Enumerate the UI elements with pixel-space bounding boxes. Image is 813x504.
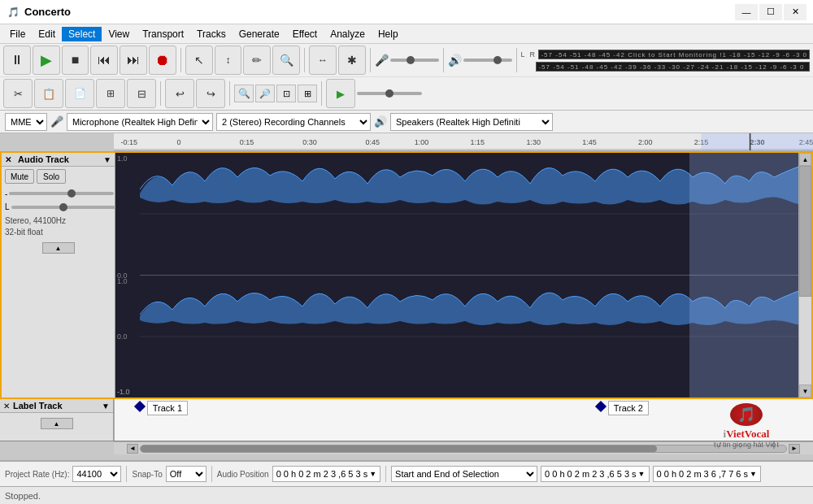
sel-end-value[interactable]: 0 0 h 0 2 m 3 6 ,7 7 6 s ▼ bbox=[653, 466, 761, 482]
sel-start-value[interactable]: 0 0 h 0 2 m 2 3 ,6 5 3 s ▼ bbox=[541, 466, 649, 482]
label-track-up-button[interactable]: ▲ bbox=[41, 418, 73, 429]
play-button[interactable]: ▶ bbox=[33, 46, 60, 75]
pencil-tool-button[interactable]: ✏ bbox=[243, 46, 271, 75]
audio-track-close[interactable]: ✕ bbox=[5, 155, 11, 164]
label-track-dropdown-icon[interactable]: ▼ bbox=[102, 402, 110, 411]
svg-text:1:15: 1:15 bbox=[471, 138, 485, 146]
separator-1 bbox=[180, 48, 181, 72]
h-scroll-left[interactable]: ◄ bbox=[127, 444, 138, 454]
r-label: R bbox=[529, 50, 536, 59]
track-up-button[interactable]: ▲ bbox=[42, 242, 75, 254]
solo-button[interactable]: Solo bbox=[37, 169, 66, 184]
zoom-in-button[interactable]: 🔍 bbox=[234, 85, 254, 102]
track1-label-text: Track 1 bbox=[153, 403, 182, 413]
separator-8 bbox=[321, 81, 322, 106]
separator-2 bbox=[304, 48, 305, 72]
selection-tool-button[interactable]: ↖ bbox=[185, 46, 213, 75]
skip-forward-button[interactable]: ⏭ bbox=[120, 46, 147, 75]
v-scroll-up[interactable]: ▲ bbox=[799, 153, 811, 166]
input-level-slider[interactable] bbox=[390, 59, 439, 62]
meter-l[interactable]: -57 -54 -51 -48 -45 -42 Click to Start M… bbox=[538, 50, 810, 59]
copy-button[interactable]: 📋 bbox=[34, 79, 63, 108]
input-device-select[interactable]: Microphone (Realtek High Defini bbox=[67, 113, 213, 131]
project-rate-select[interactable]: 44100 bbox=[72, 466, 121, 482]
waveform-top bbox=[115, 153, 798, 275]
watermark-brand: iVietVocal bbox=[724, 428, 770, 441]
multi-tool-button[interactable]: ✱ bbox=[338, 46, 366, 75]
sel-end-dropdown[interactable]: ▼ bbox=[750, 470, 757, 478]
meter-r[interactable]: -57 -54 -51 -48 -45 -42 -39 -36 -33 -30 … bbox=[536, 62, 810, 72]
menu-generate[interactable]: Generate bbox=[233, 27, 286, 41]
time-shift-tool-button[interactable]: ↔ bbox=[309, 46, 337, 75]
selection-mode-select[interactable]: Start and End of Selection bbox=[391, 466, 537, 482]
zoom-tool-button[interactable]: 🔍 bbox=[272, 46, 300, 75]
svg-text:-0:15: -0:15 bbox=[121, 138, 138, 146]
paste-button[interactable]: 📄 bbox=[65, 79, 94, 108]
v-scroll-thumb[interactable] bbox=[799, 166, 811, 297]
host-select[interactable]: MME bbox=[5, 113, 47, 131]
mute-button[interactable]: Mute bbox=[5, 169, 34, 184]
meter-row-l: L R -57 -54 -51 -48 -45 -42 Click to Sta… bbox=[520, 49, 810, 60]
h-scroll-thumb[interactable] bbox=[141, 445, 657, 452]
titlebar: 🎵 Concerto — ☐ ✕ bbox=[0, 0, 813, 24]
menu-analyze[interactable]: Analyze bbox=[324, 27, 372, 41]
output-device-select[interactable]: Speakers (Realtek High Definiti bbox=[390, 113, 553, 131]
audio-pos-value[interactable]: 0 0 h 0 2 m 2 3 ,6 5 3 s ▼ bbox=[272, 466, 380, 482]
sel-start-dropdown[interactable]: ▼ bbox=[638, 470, 646, 478]
track1-marker: Track 1 bbox=[136, 401, 188, 415]
menu-help[interactable]: Help bbox=[372, 27, 405, 41]
v-scrollbar[interactable]: ▲ ▼ bbox=[798, 153, 811, 398]
svg-text:2:00: 2:00 bbox=[638, 138, 653, 146]
status-text: Stopped. bbox=[5, 491, 41, 501]
play-speed-button[interactable]: ▶ bbox=[326, 79, 355, 108]
trim-button[interactable]: ⊞ bbox=[96, 79, 125, 108]
v-scroll-track[interactable] bbox=[799, 166, 811, 385]
zoom-out-button[interactable]: 🔎 bbox=[255, 85, 275, 102]
track1-label-box[interactable]: Track 1 bbox=[147, 401, 188, 415]
ruler-svg: -0:15 0 0:15 0:30 0:45 1:00 1:15 1:30 1:… bbox=[114, 133, 813, 150]
label-track-close[interactable]: ✕ bbox=[3, 402, 10, 411]
menu-edit[interactable]: Edit bbox=[32, 27, 62, 41]
record-button[interactable]: ⏺ bbox=[149, 46, 176, 75]
menu-select[interactable]: Select bbox=[62, 27, 102, 41]
speaker-device-icon: 🔊 bbox=[374, 115, 387, 128]
menu-tracks[interactable]: Tracks bbox=[190, 27, 233, 41]
gain-slider[interactable] bbox=[9, 192, 114, 195]
undo-button[interactable]: ↩ bbox=[165, 79, 194, 108]
pause-button[interactable]: ⏸ bbox=[3, 46, 31, 75]
maximize-button[interactable]: ☐ bbox=[759, 4, 782, 20]
audio-pos-dropdown[interactable]: ▼ bbox=[369, 470, 376, 478]
svg-text:1:00: 1:00 bbox=[415, 138, 429, 146]
track2-label-box[interactable]: Track 2 bbox=[608, 401, 649, 415]
speed-slider[interactable] bbox=[357, 92, 422, 95]
separator-3 bbox=[370, 48, 371, 72]
v-scroll-down[interactable]: ▼ bbox=[799, 385, 811, 398]
snap-to-select[interactable]: Off bbox=[166, 466, 207, 482]
stop-button[interactable]: ■ bbox=[62, 46, 89, 75]
menu-file[interactable]: File bbox=[3, 27, 32, 41]
zoom-sel-button[interactable]: ⊞ bbox=[298, 85, 317, 102]
envelope-tool-button[interactable]: ↕ bbox=[215, 46, 242, 75]
zoom-fit-button[interactable]: ⊡ bbox=[276, 85, 296, 102]
bottom-controls-area: Project Rate (Hz): 44100 Snap-To Off Aud… bbox=[0, 460, 813, 486]
menu-view[interactable]: View bbox=[102, 27, 136, 41]
cut-button[interactable]: ✂ bbox=[3, 79, 33, 108]
redo-button[interactable]: ↪ bbox=[196, 79, 225, 108]
track1-diamond bbox=[134, 401, 146, 412]
h-scroll-track[interactable] bbox=[140, 445, 787, 453]
minimize-button[interactable]: — bbox=[735, 4, 758, 20]
silence-button[interactable]: ⊟ bbox=[127, 79, 156, 108]
tracks-and-scrollbar: ✕ Audio Track ▼ Mute Solo - + 🔊 bbox=[0, 151, 813, 460]
track2-diamond bbox=[595, 401, 606, 412]
audio-track-dropdown-icon[interactable]: ▼ bbox=[103, 155, 111, 164]
separator-4 bbox=[443, 48, 444, 72]
menu-effect[interactable]: Effect bbox=[286, 27, 324, 41]
audio-waveform-area[interactable]: 1.0 0.0 -1.0 bbox=[115, 153, 798, 398]
close-button[interactable]: ✕ bbox=[784, 4, 806, 20]
pan-slider[interactable] bbox=[11, 206, 116, 209]
output-level-slider[interactable] bbox=[463, 59, 512, 62]
skip-back-button[interactable]: ⏮ bbox=[90, 46, 118, 75]
menu-transport[interactable]: Transport bbox=[136, 27, 190, 41]
track-area: -0:15 0 0:15 0:30 0:45 1:00 1:15 1:30 1:… bbox=[0, 133, 813, 460]
channels-select[interactable]: 2 (Stereo) Recording Channels bbox=[216, 113, 371, 131]
